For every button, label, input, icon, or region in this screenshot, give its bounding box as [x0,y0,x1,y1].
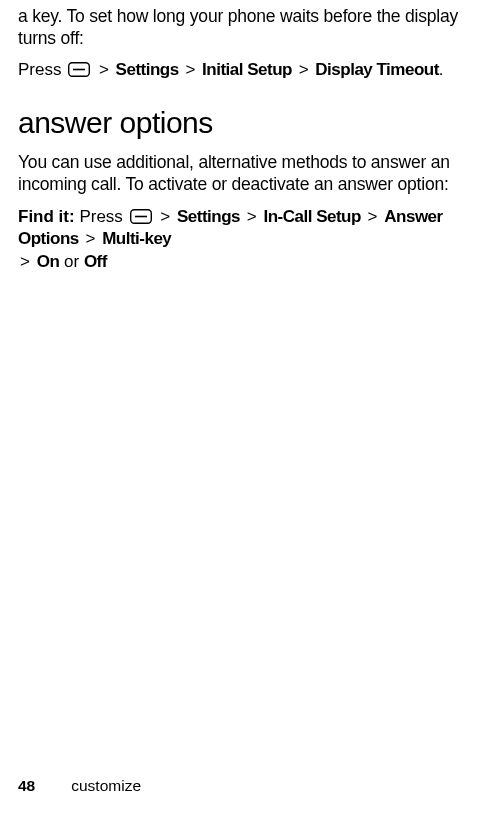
path-settings: Settings [116,60,179,79]
period: . [439,60,444,79]
path-initial-setup: Initial Setup [202,60,292,79]
path-display-timeout: Display Timeout [315,60,439,79]
menu-key-icon [130,209,152,224]
path-off: Off [84,252,107,271]
path-multi-key: Multi-key [102,229,171,248]
page-footer: 48 customize [18,777,141,795]
press-path-1: Press > Settings > Initial Setup > Displ… [18,60,479,80]
path-on: On [37,252,60,271]
gt-separator: > [245,207,259,226]
gt-separator: > [183,60,197,79]
gt-separator: > [366,207,380,226]
path-incall-setup: In-Call Setup [263,207,360,226]
press-word: Press [18,60,61,79]
menu-key-icon [68,62,90,77]
find-it-label: Find it: [18,207,75,226]
page-number: 48 [18,777,35,795]
press-word: Press [79,207,122,226]
section-description: You can use additional, alternative meth… [18,152,479,196]
gt-separator: > [18,252,32,271]
gt-separator: > [297,60,311,79]
find-it-path: Find it: Press > Settings > In-Call Setu… [18,206,479,275]
section-heading: answer options [18,106,479,140]
gt-separator: > [158,207,172,226]
footer-section-name: customize [71,777,141,795]
gt-separator: > [83,229,97,248]
gt-separator: > [97,60,111,79]
intro-continuation-text: a key. To set how long your phone waits … [18,6,479,50]
path-settings: Settings [177,207,240,226]
or-word: or [64,252,79,271]
